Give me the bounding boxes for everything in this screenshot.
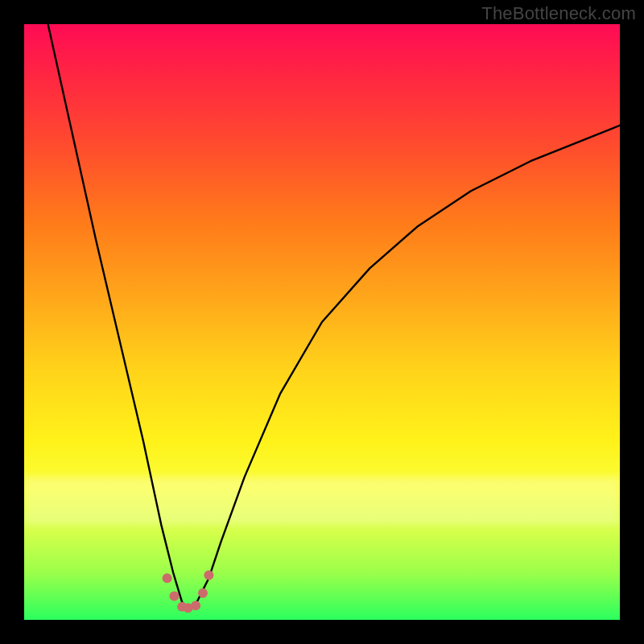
plot-area <box>24 24 620 620</box>
bottleneck-curve <box>48 24 620 608</box>
chart-frame: TheBottleneck.com <box>0 0 644 644</box>
trough-dot <box>163 573 172 583</box>
trough-dot <box>198 588 208 598</box>
watermark-text: TheBottleneck.com <box>481 3 636 24</box>
trough-markers <box>163 571 214 613</box>
trough-dot <box>191 601 200 610</box>
trough-dot <box>170 591 180 601</box>
chart-svg <box>24 24 620 620</box>
trough-dot <box>204 571 213 580</box>
